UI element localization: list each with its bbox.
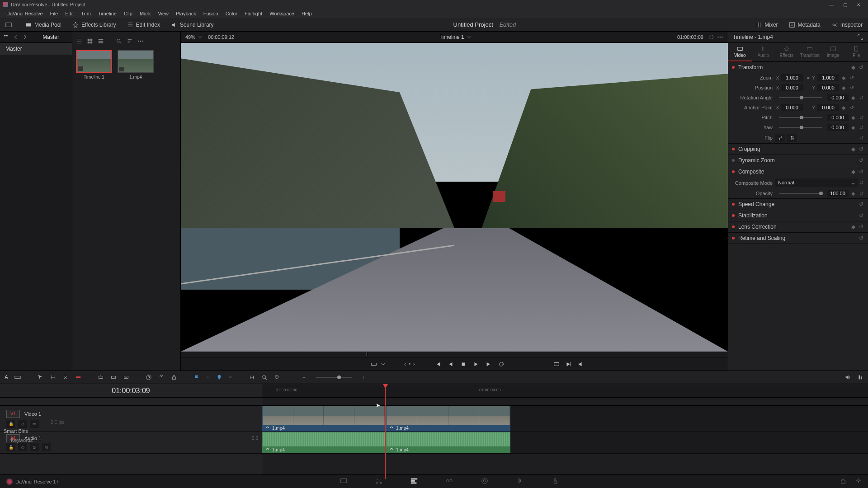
media-thumb-timeline[interactable]: Timeline 1 bbox=[76, 50, 112, 80]
tab-effects[interactable]: Effects bbox=[775, 43, 798, 61]
yaw-slider[interactable] bbox=[779, 127, 822, 128]
nav-back-icon[interactable] bbox=[13, 34, 19, 40]
menu-playback[interactable]: Playback bbox=[172, 11, 200, 16]
pos-y-field[interactable]: 0.000 bbox=[817, 84, 839, 91]
pitch-slider[interactable] bbox=[779, 117, 822, 118]
rotation-field[interactable]: 0.000 bbox=[827, 94, 849, 101]
audio-clip-1[interactable]: 1.mp4 bbox=[262, 432, 385, 453]
v1-auto-select[interactable]: ◇ bbox=[18, 420, 27, 428]
tab-audio[interactable]: Audio bbox=[752, 43, 775, 61]
dynamic-zoom-section[interactable]: Dynamic Zoom↺ bbox=[728, 155, 868, 166]
dynamic-trim-tool[interactable] bbox=[62, 374, 69, 380]
insert-clip-icon[interactable] bbox=[98, 374, 104, 380]
flag-icon[interactable] bbox=[193, 374, 200, 380]
master-bin[interactable]: Master bbox=[0, 43, 72, 55]
v1-lock-button[interactable]: 🔒 bbox=[6, 420, 15, 428]
zoom-x-field[interactable]: 1.000 bbox=[781, 74, 803, 81]
layout-toggle[interactable] bbox=[0, 18, 20, 31]
menu-view[interactable]: View bbox=[154, 11, 172, 16]
page-edit[interactable] bbox=[410, 477, 418, 486]
viewer-scrubber[interactable] bbox=[181, 352, 728, 357]
anchor-y-field[interactable]: 0.000 bbox=[817, 104, 839, 111]
menu-file[interactable]: File bbox=[47, 11, 62, 16]
tab-file[interactable]: File bbox=[845, 43, 868, 61]
match-frame-icon[interactable]: • bbox=[409, 361, 410, 367]
match-prev-icon[interactable]: ‹ bbox=[404, 361, 406, 367]
yaw-field[interactable]: 0.000 bbox=[827, 124, 849, 131]
page-media[interactable] bbox=[340, 477, 348, 486]
lens-correction-section[interactable]: Lens Correction◆↺ bbox=[728, 221, 868, 232]
menu-mark[interactable]: Mark bbox=[136, 11, 154, 16]
snap-icon[interactable] bbox=[249, 374, 255, 380]
composite-mode-select[interactable]: Normal⌄ bbox=[775, 178, 858, 187]
cropping-section[interactable]: Cropping◆↺ bbox=[728, 144, 868, 155]
last-frame-button[interactable] bbox=[486, 361, 492, 367]
menu-dots-icon[interactable] bbox=[137, 38, 144, 44]
chevron-down-icon[interactable] bbox=[229, 374, 232, 380]
marker-icon[interactable] bbox=[216, 374, 222, 380]
effects-library-toggle[interactable]: Effects Library bbox=[67, 18, 121, 31]
menu-color[interactable]: Color bbox=[222, 11, 241, 16]
full-extent-icon[interactable] bbox=[553, 361, 560, 367]
viewer-canvas[interactable] bbox=[181, 43, 728, 352]
flip-h-button[interactable]: ⇄ bbox=[775, 134, 785, 142]
page-fairlight[interactable] bbox=[516, 477, 524, 486]
meters-icon[interactable] bbox=[857, 374, 863, 380]
v1-tag[interactable]: V1 bbox=[6, 410, 20, 418]
pitch-field[interactable]: 0.000 bbox=[827, 114, 849, 121]
sound-library-toggle[interactable]: Sound Library bbox=[165, 18, 219, 31]
blade-edit-icon[interactable] bbox=[146, 374, 152, 380]
tab-image[interactable]: Image bbox=[821, 43, 845, 61]
expand-icon[interactable] bbox=[857, 34, 863, 40]
page-deliver[interactable] bbox=[551, 477, 559, 486]
menu-timeline[interactable]: Timeline bbox=[94, 11, 120, 16]
menu-clip[interactable]: Clip bbox=[120, 11, 136, 16]
menu-trim[interactable]: Trim bbox=[77, 11, 94, 16]
reset-icon[interactable]: ↺ bbox=[858, 64, 864, 70]
lock-icon[interactable] bbox=[171, 374, 177, 380]
first-frame-button[interactable] bbox=[435, 361, 441, 367]
timeline-view-icon[interactable] bbox=[14, 374, 21, 380]
keywords-bin[interactable]: Keywords bbox=[4, 437, 33, 443]
selection-tool[interactable] bbox=[37, 374, 43, 380]
prev-edit-icon[interactable] bbox=[577, 361, 583, 367]
insert-mode-icon[interactable] bbox=[371, 361, 377, 367]
composite-section[interactable]: Composite◆↺ bbox=[728, 166, 868, 177]
smart-bins-header[interactable]: Smart Bins bbox=[4, 428, 33, 434]
match-next-icon[interactable]: › bbox=[413, 361, 415, 367]
a1-track-lane[interactable]: 1.mp4 1.mp4 bbox=[262, 432, 868, 454]
anchor-x-field[interactable]: 0.000 bbox=[781, 104, 803, 111]
trim-tool[interactable] bbox=[50, 374, 56, 380]
a1-lock-button[interactable]: 🔒 bbox=[6, 443, 15, 451]
v1-track-lane[interactable]: 1.mp4 1.mp4 bbox=[262, 406, 868, 432]
v1-enable-button[interactable]: ▭ bbox=[30, 420, 39, 428]
menu-davinci[interactable]: DaVinci Resolve bbox=[3, 11, 47, 16]
flip-v-button[interactable]: ⇅ bbox=[787, 134, 797, 142]
tc-options-icon[interactable] bbox=[708, 34, 714, 40]
menu-help[interactable]: Help bbox=[298, 11, 316, 16]
page-color[interactable] bbox=[481, 477, 489, 486]
opacity-slider[interactable] bbox=[779, 193, 822, 194]
speed-change-section[interactable]: Speed Change↺ bbox=[728, 199, 868, 210]
tab-video[interactable]: Video bbox=[728, 43, 752, 61]
pos-x-field[interactable]: 0.000 bbox=[781, 84, 803, 91]
mixer-toggle[interactable]: Mixer bbox=[750, 18, 783, 31]
video-clip-2[interactable]: 1.mp4 bbox=[386, 406, 510, 432]
minimize-button[interactable]: — bbox=[825, 0, 838, 9]
viewer-title[interactable]: Timeline 1 bbox=[439, 34, 464, 40]
link-clips-icon[interactable] bbox=[158, 374, 165, 380]
overwrite-clip-icon[interactable] bbox=[110, 374, 117, 380]
timeline-timecode[interactable]: 01:00:03:09 bbox=[0, 384, 262, 398]
stop-button[interactable] bbox=[460, 361, 467, 367]
zoom-y-field[interactable]: 1.000 bbox=[817, 74, 839, 81]
play-button[interactable] bbox=[473, 361, 479, 367]
opacity-field[interactable]: 100.00 bbox=[827, 190, 849, 197]
zoom-full-icon[interactable] bbox=[274, 374, 280, 380]
menu-edit[interactable]: Edit bbox=[61, 11, 77, 16]
chevron-down-icon[interactable] bbox=[206, 374, 210, 380]
nav-fwd-icon[interactable] bbox=[22, 34, 28, 40]
page-cut[interactable] bbox=[375, 477, 383, 486]
close-button[interactable]: ✕ bbox=[852, 0, 865, 9]
stabilization-section[interactable]: Stabilization↺ bbox=[728, 210, 868, 221]
video-clip-1[interactable]: 1.mp4 bbox=[262, 406, 385, 432]
